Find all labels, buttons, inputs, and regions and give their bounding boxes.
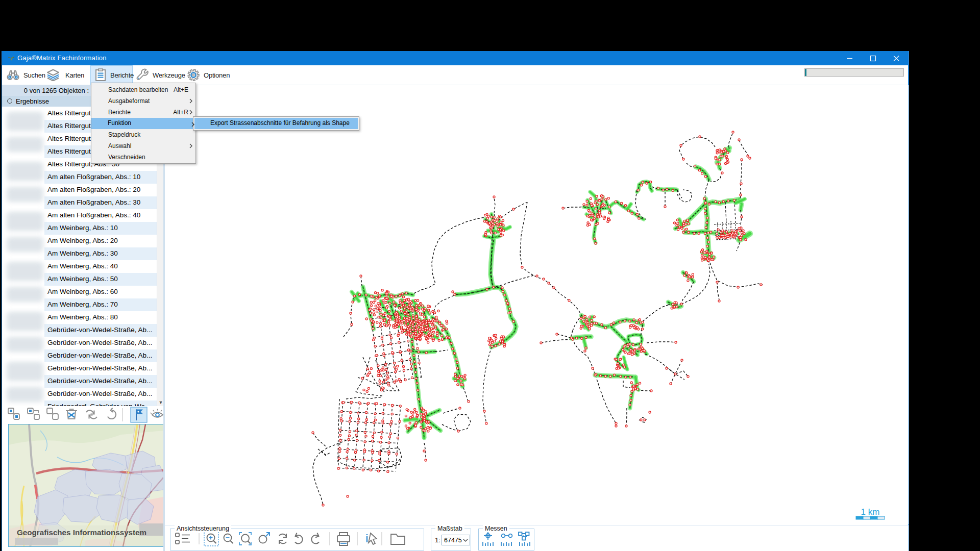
svg-text:Geografisches Informationssyst: Geografisches Informationssystem <box>17 528 146 537</box>
svg-text:1 km: 1 km <box>861 507 880 517</box>
